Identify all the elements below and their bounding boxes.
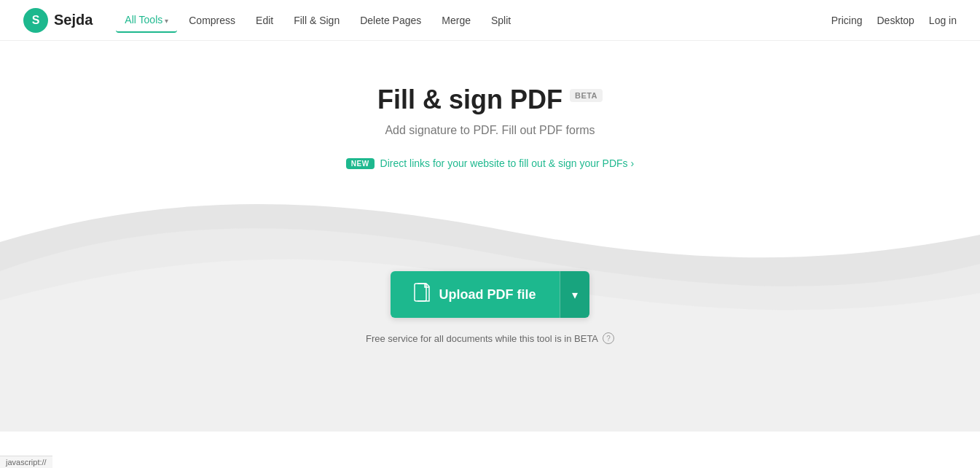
hero-section: Fill & sign PDF BETA Add signature to PD…	[0, 41, 980, 169]
header: S Sejda All Tools▾ Compress Edit Fill & …	[0, 0, 980, 41]
new-banner: NEW Direct links for your website to fil…	[15, 157, 965, 169]
info-icon[interactable]: ?	[603, 332, 614, 344]
main-nav: All Tools▾ Compress Edit Fill & Sign Del…	[116, 8, 831, 33]
upload-button-group: Upload PDF file ▾	[391, 271, 589, 318]
nav-desktop[interactable]: Desktop	[877, 15, 914, 26]
wave-section: Upload PDF file ▾ Free service for all d…	[0, 184, 980, 432]
nav-right: Pricing Desktop Log in	[831, 15, 957, 26]
new-banner-chevron-icon: ›	[631, 157, 635, 169]
nav-all-tools[interactable]: All Tools▾	[116, 8, 177, 33]
nav-merge[interactable]: Merge	[433, 9, 479, 32]
nav-compress[interactable]: Compress	[180, 9, 244, 32]
wave-content: Upload PDF file ▾ Free service for all d…	[0, 184, 980, 432]
free-service-note: Free service for all documents while thi…	[366, 332, 614, 344]
logo-icon: S	[23, 8, 48, 33]
page-title: Fill & sign PDF	[377, 85, 562, 115]
all-tools-chevron-icon: ▾	[165, 17, 168, 25]
dropdown-arrow-icon: ▾	[572, 288, 578, 302]
beta-badge: BETA	[570, 89, 603, 102]
nav-edit[interactable]: Edit	[247, 9, 282, 32]
nav-fill-sign[interactable]: Fill & Sign	[285, 9, 348, 32]
status-bar: javascript://	[0, 456, 52, 468]
nav-delete-pages[interactable]: Delete Pages	[351, 9, 430, 32]
upload-pdf-button[interactable]: Upload PDF file	[391, 271, 559, 318]
nav-login[interactable]: Log in	[929, 15, 957, 26]
nav-split[interactable]: Split	[482, 9, 520, 32]
logo-name: Sejda	[54, 12, 93, 28]
upload-file-icon	[414, 283, 430, 306]
hero-title-row: Fill & sign PDF BETA	[15, 85, 965, 115]
nav-pricing[interactable]: Pricing	[831, 15, 863, 26]
how-to-section: How To Sign PDF	[0, 432, 980, 468]
upload-dropdown-button[interactable]: ▾	[560, 271, 589, 318]
new-banner-link[interactable]: Direct links for your website to fill ou…	[380, 157, 635, 169]
hero-subtitle: Add signature to PDF. Fill out PDF forms	[15, 124, 965, 137]
logo-link[interactable]: S Sejda	[23, 8, 93, 33]
new-tag: NEW	[346, 158, 375, 169]
